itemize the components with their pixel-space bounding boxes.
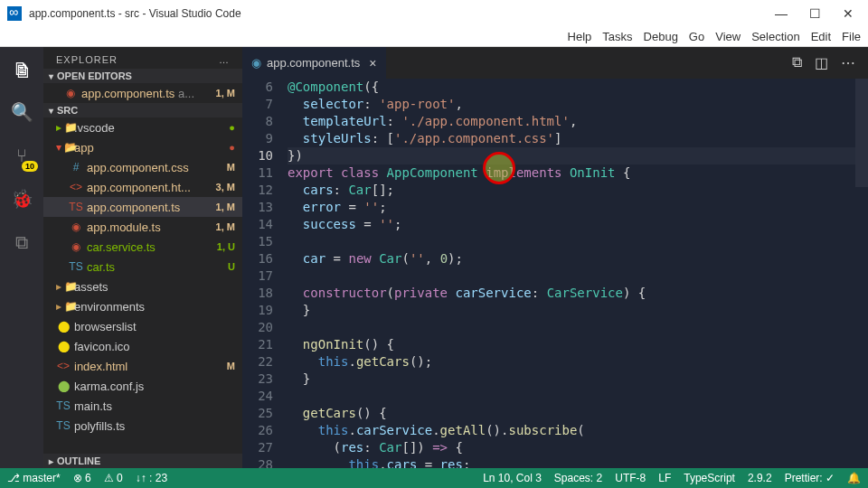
indentation[interactable]: Spaces: 2 (554, 472, 602, 484)
tree-item[interactable]: ▾ 📂app● (43, 137, 242, 157)
file-name: app (74, 141, 213, 155)
file-icon: ⬤ (56, 320, 71, 333)
problems-errors[interactable]: ⊗ 6 (73, 472, 91, 484)
minimap-slider[interactable] (855, 79, 868, 187)
folder-icon: ▸ 📁 (56, 280, 71, 293)
html-icon: <> (69, 181, 83, 193)
folder-icon: ▸ 📁 (56, 300, 71, 313)
tree-item[interactable]: TSmain.ts (43, 396, 242, 416)
branch-indicator[interactable]: ⎇ master* (7, 472, 61, 484)
file-name: karma.conf.js (74, 380, 213, 393)
html-icon: <> (56, 360, 71, 372)
ng-icon: ◉ (69, 240, 83, 253)
more-icon[interactable]: ⋯ (841, 54, 855, 71)
eol[interactable]: LF (658, 472, 671, 484)
close-tab-icon[interactable]: × (369, 56, 376, 70)
extensions-icon[interactable]: ⧉ (9, 230, 34, 255)
section-open-editors[interactable]: ▾OPEN EDITORS (43, 69, 242, 83)
explorer-icon[interactable]: 🗎🗎 (9, 56, 34, 81)
activity-bar: 🗎🗎 🔍 ⑂10 🐞 ⧉ (0, 47, 43, 468)
language-mode[interactable]: TypeScript (684, 472, 735, 484)
sync-status[interactable]: ↓↑ : 23 (136, 472, 167, 484)
angular-icon: ◉ (63, 87, 78, 99)
section-outline[interactable]: ▸OUTLINE (43, 454, 242, 468)
menu-go[interactable]: Go (689, 30, 704, 43)
debug-icon[interactable]: 🐞 (9, 186, 34, 211)
git-status: U (213, 261, 242, 272)
file-name: environments (74, 300, 213, 314)
ts-version[interactable]: 2.9.2 (748, 472, 772, 484)
window-title: app.component.ts - src - Visual Studio C… (29, 7, 241, 20)
more-icon[interactable]: … (219, 54, 230, 65)
minimap[interactable] (855, 79, 868, 468)
menubar: HelpTasksDebugGoViewSelectionEditFile (0, 27, 868, 47)
tab-bar: ◉ app.component.ts × ⧉ ◫ ⋯ (242, 47, 868, 79)
menu-selection[interactable]: Selection (751, 30, 799, 43)
search-icon[interactable]: 🔍 (9, 99, 34, 125)
file-name: car.ts (87, 260, 213, 274)
file-name: app.component.ts (87, 201, 213, 214)
tree-item[interactable]: <>index.htmlM (43, 356, 242, 376)
tree-item[interactable]: ⬤karma.conf.js (43, 376, 242, 396)
file-name: browserslist (74, 320, 213, 333)
tree-item[interactable]: ◉car.service.ts1, U (43, 237, 242, 257)
compare-icon[interactable]: ⧉ (792, 54, 802, 71)
file-name: polyfills.ts (74, 419, 213, 433)
file-name: car.service.ts (87, 240, 213, 254)
source-control-icon[interactable]: ⑂10 (9, 143, 34, 168)
file-name: app.component.css (87, 161, 213, 174)
notifications-icon[interactable]: 🔔 (847, 472, 861, 484)
git-status: 3, M (213, 182, 242, 192)
prettier-status[interactable]: Prettier: ✓ (785, 472, 835, 484)
file-name: app.module.ts (87, 221, 213, 234)
css-icon: # (69, 161, 83, 174)
editor-area: ◉ app.component.ts × ⧉ ◫ ⋯ 6789101112131… (242, 47, 868, 468)
ts-icon: TS (56, 419, 71, 432)
code-editor[interactable]: 6789101112131415161718192021222324252627… (242, 79, 868, 468)
tree-item[interactable]: ⬤favicon.ico (43, 336, 242, 356)
file-name: main.ts (74, 399, 213, 413)
menu-tasks[interactable]: Tasks (602, 30, 632, 43)
close-icon[interactable]: ✕ (843, 6, 854, 21)
tree-item[interactable]: ◉app.module.ts1, M (43, 217, 242, 237)
ts-icon: TS (69, 201, 83, 213)
file-name: index.html (74, 360, 213, 373)
problems-warnings[interactable]: ⚠ 0 (104, 472, 123, 484)
section-src[interactable]: ▾SRC (43, 103, 242, 117)
cursor-position[interactable]: Ln 10, Col 3 (483, 472, 542, 484)
file-name: .vscode (74, 121, 213, 135)
maximize-icon[interactable]: ☐ (809, 6, 821, 21)
tree-item[interactable]: ▸ 📁environments (43, 296, 242, 316)
menu-edit[interactable]: Edit (811, 30, 831, 43)
git-status: 1, U (213, 241, 242, 252)
sidebar: EXPLORER… ▾OPEN EDITORS ◉ app.component.… (43, 47, 242, 468)
status-bar: ⎇ master* ⊗ 6 ⚠ 0 ↓↑ : 23 Ln 10, Col 3 S… (0, 468, 868, 488)
menu-help[interactable]: Help (568, 30, 592, 43)
tree-item[interactable]: TScar.tsU (43, 257, 242, 277)
file-name: assets (74, 280, 213, 294)
tree-item[interactable]: ▸ 📁assets (43, 277, 242, 296)
titlebar: app.component.ts - src - Visual Studio C… (0, 0, 868, 27)
tree-item[interactable]: TSpolyfills.ts (43, 416, 242, 436)
encoding[interactable]: UTF-8 (615, 472, 646, 484)
menu-debug[interactable]: Debug (644, 30, 678, 43)
git-status: M (213, 361, 242, 371)
file-name: app.component.ht... (87, 181, 213, 194)
file-icon: ⬤ (56, 340, 71, 352)
open-editor-item[interactable]: ◉ app.component.ts a... 1, M (43, 83, 242, 103)
minimize-icon[interactable]: — (775, 6, 788, 21)
tree-item[interactable]: TSapp.component.ts1, M (43, 197, 242, 217)
tree-item[interactable]: #app.component.cssM (43, 157, 242, 177)
scm-badge: 10 (22, 161, 38, 172)
split-editor-icon[interactable]: ◫ (815, 54, 828, 71)
ng-icon: ◉ (69, 221, 83, 233)
tree-item[interactable]: ▸ 📁.vscode● (43, 117, 242, 137)
tab-app-component[interactable]: ◉ app.component.ts × (242, 47, 386, 79)
menu-view[interactable]: View (715, 30, 741, 43)
sidebar-title: EXPLORER… (43, 47, 242, 69)
tree-item[interactable]: <>app.component.ht...3, M (43, 177, 242, 197)
tree-item[interactable]: ⬤browserslist (43, 316, 242, 336)
angular-icon: ◉ (251, 56, 261, 70)
menu-file[interactable]: File (842, 30, 861, 43)
git-status: ● (213, 122, 242, 133)
